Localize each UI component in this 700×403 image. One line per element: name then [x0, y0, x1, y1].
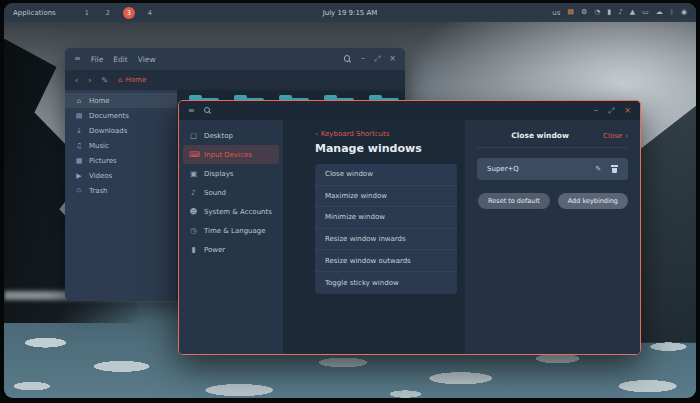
sidebar-item-label: Displays [204, 170, 233, 178]
sidebar-item-label: System & Accounts [204, 208, 272, 216]
menu-edit[interactable]: Edit [113, 55, 128, 64]
sidebar-item-input-devices[interactable]: ⌨ Input Devices [183, 145, 279, 164]
maximize-button[interactable]: ⤢ [608, 107, 614, 115]
shortcut-list: Close window Maximize window Minimize wi… [315, 164, 457, 294]
sidebar-item-label: Sound [204, 189, 226, 197]
edit-path-icon[interactable]: ✎ [101, 76, 108, 85]
forward-button[interactable]: › [88, 76, 91, 85]
download-icon: ↓ [75, 127, 83, 135]
settings-sidebar: ▢ Desktop ⌨ Input Devices ▣ Displays ♪ S… [179, 120, 283, 354]
clock[interactable]: July 19 9:15 AM [323, 9, 378, 17]
trash-icon: ♲ [75, 187, 83, 195]
bluetooth-icon[interactable]: ᛒ [670, 9, 674, 16]
file-manager-toolbar: ‹ › ✎ ⌂ Home [65, 70, 405, 90]
sidebar-item-music[interactable]: ♫ Music [65, 138, 177, 153]
sidebar-item-sound[interactable]: ♪ Sound [183, 183, 279, 202]
users-icon: ☻ [189, 207, 198, 216]
reset-to-default-button[interactable]: Reset to default [478, 193, 550, 209]
sidebar-item-label: Downloads [89, 127, 127, 135]
detail-nav-link[interactable]: Close › [603, 132, 628, 140]
monitor-icon: ▢ [189, 131, 198, 140]
sidebar-item-power[interactable]: ▮ Power [183, 240, 279, 259]
search-icon[interactable] [344, 55, 352, 63]
close-button[interactable]: × [389, 55, 396, 63]
keybinding-row[interactable]: Super+Q ✎ [477, 158, 628, 180]
sidebar-item-label: Music [89, 142, 109, 150]
keybinding-value: Super+Q [487, 165, 519, 173]
minimize-button[interactable]: – [594, 107, 598, 115]
breadcrumb[interactable]: ⌂ Home [118, 76, 146, 84]
sidebar-item-pictures[interactable]: ▦ Pictures [65, 153, 177, 168]
sidebar-item-label: Desktop [204, 132, 233, 140]
battery-icon: ▮ [189, 245, 198, 254]
menu-file[interactable]: File [91, 55, 104, 64]
section-title: Manage windows [315, 142, 457, 155]
minimize-button[interactable]: – [361, 55, 365, 63]
home-icon: ⌂ [118, 76, 122, 84]
sidebar-item-label: Home [89, 97, 110, 105]
clock-icon[interactable]: ◔ [594, 9, 600, 16]
shortcut-minimize-window[interactable]: Minimize window [315, 207, 457, 229]
back-button[interactable]: ‹ [75, 76, 78, 85]
brightness-icon[interactable]: ▭ [642, 9, 649, 16]
menu-view[interactable]: View [138, 55, 156, 64]
workspace-switcher: 1 2 3 4 [81, 7, 156, 19]
add-keybinding-button[interactable]: Add keybinding [558, 193, 628, 209]
wifi-icon[interactable]: ▲ [630, 9, 635, 16]
indicator-app-icon[interactable]: ▤ [567, 9, 574, 16]
hamburger-icon[interactable]: ≡ [188, 107, 195, 115]
sidebar-item-time-language[interactable]: ◷ Time & Language [183, 221, 279, 240]
shortcut-close-window[interactable]: Close window [315, 164, 457, 186]
shortcut-resize-outwards[interactable]: Resize window outwards [315, 250, 457, 272]
sidebar-item-downloads[interactable]: ↓ Downloads [65, 123, 177, 138]
clock-icon: ◷ [189, 226, 198, 235]
sidebar-item-displays[interactable]: ▣ Displays [183, 164, 279, 183]
shortcut-toggle-sticky[interactable]: Toggle sticky window [315, 272, 457, 294]
sidebar-item-label: Trash [89, 187, 108, 195]
detail-title: Close window [477, 131, 603, 140]
shortcut-resize-inwards[interactable]: Resize window inwards [315, 229, 457, 251]
videos-icon: ▶ [75, 172, 83, 180]
sidebar-item-desktop[interactable]: ▢ Desktop [183, 126, 279, 145]
settings-gear-icon[interactable]: ⚙ [581, 9, 587, 16]
sidebar-item-label: Input Devices [204, 151, 252, 159]
hamburger-icon[interactable]: ≡ [74, 55, 81, 63]
sidebar-item-home[interactable]: ⌂ Home [65, 93, 177, 108]
volume-icon[interactable]: ♪ [618, 9, 622, 16]
settings-window: ≡ – ⤢ × ▢ Desktop ⌨ Input Devices ▣ [178, 100, 641, 355]
sidebar-item-label: Pictures [89, 157, 117, 165]
sidebar-item-label: Power [204, 246, 225, 254]
back-link-label: Keyboard Shortcuts [321, 130, 390, 138]
close-button[interactable]: × [624, 107, 631, 115]
workspace-2[interactable]: 2 [102, 7, 114, 19]
cloud-icon[interactable]: ☁ [656, 9, 663, 16]
power-icon[interactable]: ◉ [681, 9, 687, 16]
search-icon[interactable] [204, 107, 212, 115]
sidebar-item-label: Documents [89, 112, 129, 120]
shortcut-maximize-window[interactable]: Maximize window [315, 186, 457, 208]
settings-detail-pane: Close window Close › Super+Q ✎ Reset to … [465, 120, 640, 354]
battery-icon[interactable]: ▮ [607, 9, 611, 16]
file-manager-menubar: ≡ File Edit View – ⤢ × [65, 48, 405, 70]
sidebar-item-label: Videos [89, 172, 112, 180]
back-link-keyboard-shortcuts[interactable]: ‹ Keyboard Shortcuts [315, 130, 457, 138]
applications-menu[interactable]: Applications [13, 9, 56, 17]
edit-keybinding-icon[interactable]: ✎ [595, 165, 601, 173]
workspace-1[interactable]: 1 [81, 7, 93, 19]
settings-titlebar: ≡ – ⤢ × [179, 101, 640, 120]
workspace-3-active[interactable]: 3 [123, 7, 135, 19]
sidebar-item-system-accounts[interactable]: ☻ System & Accounts [183, 202, 279, 221]
maximize-button[interactable]: ⤢ [374, 55, 380, 63]
sidebar-item-trash[interactable]: ♲ Trash [65, 183, 177, 198]
sidebar-item-videos[interactable]: ▶ Videos [65, 168, 177, 183]
delete-keybinding-icon[interactable] [611, 165, 618, 173]
top-panel: Applications 1 2 3 4 July 19 9:15 AM us … [4, 3, 696, 22]
document-icon: ▤ [75, 112, 83, 120]
workspace-4[interactable]: 4 [144, 7, 156, 19]
sidebar-item-label: Time & Language [204, 227, 266, 235]
sidebar-item-documents[interactable]: ▤ Documents [65, 108, 177, 123]
settings-middle-pane: ‹ Keyboard Shortcuts Manage windows Clos… [283, 120, 465, 354]
pictures-icon: ▦ [75, 157, 83, 165]
display-icon: ▣ [189, 169, 198, 178]
keyboard-layout-indicator[interactable]: us [552, 9, 560, 17]
